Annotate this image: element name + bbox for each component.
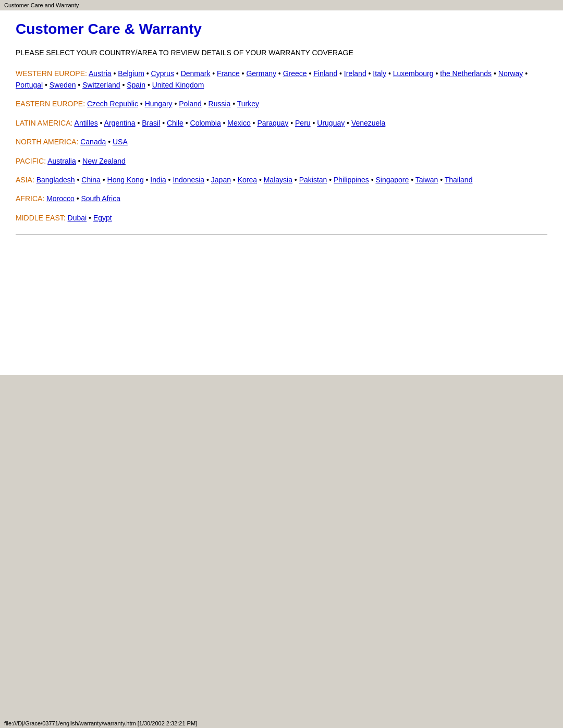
country-link-spain[interactable]: Spain	[127, 81, 145, 89]
country-link-ireland[interactable]: Ireland	[344, 69, 366, 78]
region-label-eastern-europe: EASTERN EUROPE:	[16, 100, 87, 108]
country-link-antilles[interactable]: Antilles	[75, 119, 98, 127]
subtitle: PLEASE SELECT YOUR COUNTRY/AREA TO REVIE…	[16, 48, 547, 58]
divider	[16, 234, 547, 235]
regions-container: WESTERN EUROPE: Austria • Belgium • Cypr…	[16, 68, 547, 224]
country-link-portugal[interactable]: Portugal	[16, 81, 43, 89]
region-label-africa: AFRICA:	[16, 194, 46, 203]
country-link-austria[interactable]: Austria	[89, 69, 112, 78]
country-link-philippines[interactable]: Philippines	[334, 176, 369, 184]
country-link-russia[interactable]: Russia	[209, 100, 231, 108]
country-link-brasil[interactable]: Brasil	[142, 119, 160, 127]
region-label-pacific: PACIFIC:	[16, 157, 47, 165]
country-link-new-zealand[interactable]: New Zealand	[82, 157, 126, 165]
country-link-czech-republic[interactable]: Czech Republic	[87, 100, 138, 108]
country-link-luxembourg[interactable]: Luxembourg	[393, 69, 434, 78]
country-link-thailand[interactable]: Thailand	[445, 176, 473, 184]
region-label-north-america: NORTH AMERICA:	[16, 138, 80, 146]
region-pacific: PACIFIC: Australia • New Zealand	[16, 155, 547, 167]
country-link-singapore[interactable]: Singapore	[375, 176, 409, 184]
region-label-asia: ASIA:	[16, 176, 36, 184]
country-link-cyprus[interactable]: Cyprus	[151, 69, 174, 78]
country-link-paraguay[interactable]: Paraguay	[257, 119, 288, 127]
region-western-europe: WESTERN EUROPE: Austria • Belgium • Cypr…	[16, 68, 547, 91]
country-link-uruguay[interactable]: Uruguay	[317, 119, 345, 127]
country-link-chile[interactable]: Chile	[167, 119, 183, 127]
country-link-hong-kong[interactable]: Hong Kong	[107, 176, 144, 184]
region-north-america: NORTH AMERICA: Canada • USA	[16, 136, 547, 147]
country-link-usa[interactable]: USA	[113, 138, 128, 146]
country-link-venezuela[interactable]: Venezuela	[351, 119, 385, 127]
country-link-morocco[interactable]: Morocco	[46, 194, 75, 203]
country-link-canada[interactable]: Canada	[80, 138, 106, 146]
window-title: Customer Care and Warranty	[4, 2, 79, 8]
region-asia: ASIA: Bangladesh • China • Hong Kong • I…	[16, 174, 547, 186]
country-link-denmark[interactable]: Denmark	[181, 69, 211, 78]
window-title-bar: Customer Care and Warranty	[0, 0, 563, 10]
country-link-malaysia[interactable]: Malaysia	[264, 176, 292, 184]
country-link-italy[interactable]: Italy	[373, 69, 386, 78]
country-link-indonesia[interactable]: Indonesia	[173, 176, 204, 184]
country-link-switzerland[interactable]: Switzerland	[82, 81, 120, 89]
country-link-bangladesh[interactable]: Bangladesh	[36, 176, 75, 184]
country-link-greece[interactable]: Greece	[283, 69, 307, 78]
country-link-australia[interactable]: Australia	[47, 157, 76, 165]
country-link-china[interactable]: China	[81, 176, 101, 184]
region-middle-east: MIDDLE EAST: Dubai • Egypt	[16, 212, 547, 224]
content-area: Customer Care & Warranty PLEASE SELECT Y…	[0, 10, 563, 375]
region-label-middle-east: MIDDLE EAST:	[16, 214, 68, 222]
country-link-peru[interactable]: Peru	[295, 119, 311, 127]
country-link-poland[interactable]: Poland	[179, 100, 202, 108]
country-link-pakistan[interactable]: Pakistan	[299, 176, 327, 184]
country-link-turkey[interactable]: Turkey	[237, 100, 259, 108]
country-link-norway[interactable]: Norway	[498, 69, 523, 78]
country-link-germany[interactable]: Germany	[246, 69, 276, 78]
region-label-latin-america: LATIN AMERICA:	[16, 119, 75, 127]
country-link-taiwan[interactable]: Taiwan	[415, 176, 438, 184]
region-eastern-europe: EASTERN EUROPE: Czech Republic • Hungary…	[16, 98, 547, 109]
region-latin-america: LATIN AMERICA: Antilles • Argentina • Br…	[16, 117, 547, 129]
country-link-colombia[interactable]: Colombia	[190, 119, 221, 127]
country-link-hungary[interactable]: Hungary	[145, 100, 173, 108]
country-link-sweden[interactable]: Sweden	[50, 81, 76, 89]
country-link-dubai[interactable]: Dubai	[68, 214, 87, 222]
page-title: Customer Care & Warranty	[16, 21, 547, 38]
country-link-the-netherlands[interactable]: the Netherlands	[440, 69, 492, 78]
country-link-france[interactable]: France	[217, 69, 240, 78]
country-link-argentina[interactable]: Argentina	[104, 119, 136, 127]
region-label-western-europe: WESTERN EUROPE:	[16, 69, 89, 78]
country-link-south-africa[interactable]: South Africa	[81, 194, 121, 203]
country-link-united-kingdom[interactable]: United Kingdom	[152, 81, 204, 89]
country-link-korea[interactable]: Korea	[238, 176, 257, 184]
country-link-india[interactable]: India	[150, 176, 166, 184]
region-africa: AFRICA: Morocco • South Africa	[16, 193, 547, 204]
country-link-japan[interactable]: Japan	[211, 176, 231, 184]
country-link-belgium[interactable]: Belgium	[118, 69, 144, 78]
country-link-egypt[interactable]: Egypt	[93, 214, 112, 222]
country-link-mexico[interactable]: Mexico	[227, 119, 250, 127]
country-link-finland[interactable]: Finland	[313, 69, 337, 78]
